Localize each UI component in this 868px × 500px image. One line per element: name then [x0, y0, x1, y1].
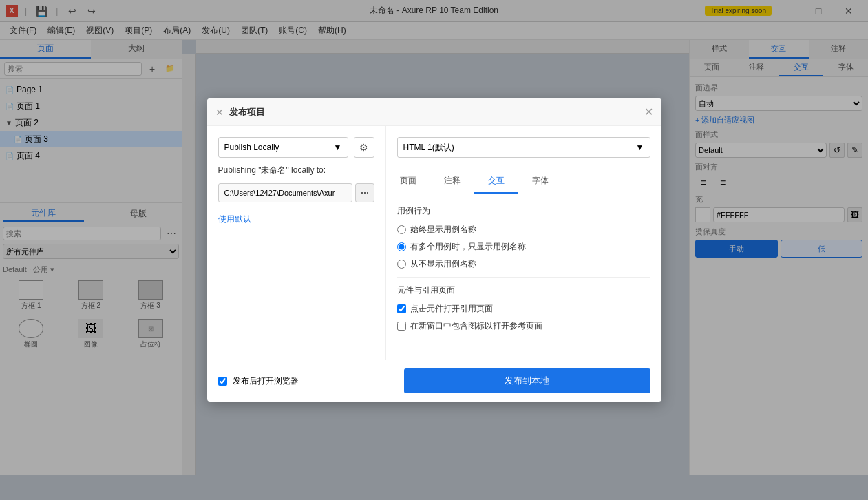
- browse-button[interactable]: ⋯: [355, 183, 374, 202]
- radio3-label: 从不显示用例名称: [410, 258, 476, 270]
- modal-overlay: ✕ 发布项目 ✕ Publish Locally ▼ ⚙ Publishing …: [0, 0, 868, 500]
- checkbox2-row: 在新窗口中包含图标以打开参考页面: [397, 320, 650, 332]
- modal-tabs: 页面 注释 交互 字体: [386, 169, 661, 194]
- modal-left: Publish Locally ▼ ⚙ Publishing "未命名" loc…: [207, 126, 386, 360]
- radio1-label: 始终显示用例名称: [410, 224, 476, 236]
- modal-tab-font[interactable]: 字体: [518, 169, 562, 194]
- modal-header: ✕ 发布项目 ✕: [207, 98, 661, 126]
- radio3-row: 从不显示用例名称: [397, 258, 650, 270]
- radio-show-multiple[interactable]: [397, 242, 406, 251]
- modal-x-button[interactable]: ✕: [215, 107, 224, 118]
- modal-title: 发布项目: [229, 106, 644, 118]
- path-input[interactable]: [218, 183, 352, 202]
- html-row: HTML 1(默认) ▼: [386, 126, 661, 169]
- path-row: ⋯: [218, 183, 374, 202]
- html-dropdown[interactable]: HTML 1(默认) ▼: [397, 137, 650, 158]
- modal-tab-notes[interactable]: 注释: [430, 169, 474, 194]
- modal-tab-content: 用例行为 始终显示用例名称 有多个用例时，只显示用例名称 从不显示用例名称: [386, 194, 661, 360]
- use-default-link[interactable]: 使用默认: [218, 213, 374, 225]
- modal-tab-interact[interactable]: 交互: [474, 169, 518, 194]
- radio2-row: 有多个用例时，只显示用例名称: [397, 241, 650, 253]
- radio-always-show[interactable]: [397, 225, 406, 234]
- publish-method-text: Publish Locally: [224, 143, 279, 152]
- modal-footer: 发布后打开浏览器 发布到本地: [207, 360, 661, 402]
- checkbox-include-icon[interactable]: [397, 322, 406, 331]
- publish-local-button[interactable]: 发布到本地: [404, 368, 650, 393]
- modal-body: Publish Locally ▼ ⚙ Publishing "未命名" loc…: [207, 126, 661, 360]
- section1-title: 用例行为: [397, 205, 650, 217]
- publish-method-dropdown[interactable]: Publish Locally ▼: [218, 137, 348, 158]
- checkbox-open-ref[interactable]: [397, 304, 406, 313]
- modal-tab-pages[interactable]: 页面: [386, 169, 430, 194]
- publish-method-row: Publish Locally ▼ ⚙: [218, 137, 374, 158]
- radio2-label: 有多个用例时，只显示用例名称: [410, 241, 526, 253]
- html-dropdown-arrow-icon: ▼: [636, 143, 644, 152]
- publish-dialog: ✕ 发布项目 ✕ Publish Locally ▼ ⚙ Publishing …: [207, 98, 661, 402]
- checkbox1-row: 点击元件打开引用页面: [397, 303, 650, 315]
- open-browser-checkbox[interactable]: [218, 377, 227, 386]
- dropdown-arrow-icon: ▼: [334, 143, 342, 152]
- footer-right: 发布到本地: [404, 368, 650, 393]
- publishing-label: Publishing "未命名" locally to:: [218, 165, 374, 176]
- open-browser-label: 发布后打开浏览器: [233, 375, 299, 387]
- radio-never-show[interactable]: [397, 260, 406, 269]
- radio1-row: 始终显示用例名称: [397, 224, 650, 236]
- checkbox2-label: 在新窗口中包含图标以打开参考页面: [410, 320, 542, 332]
- checkbox1-label: 点击元件打开引用页面: [410, 303, 493, 315]
- html-dropdown-text: HTML 1(默认): [403, 142, 454, 154]
- footer-left: 发布后打开浏览器: [218, 375, 397, 387]
- publish-settings-button[interactable]: ⚙: [354, 137, 374, 158]
- modal-right: HTML 1(默认) ▼ 页面 注释 交互 字体 用例行为: [386, 126, 661, 360]
- section2-title: 元件与引用页面: [397, 284, 650, 296]
- modal-close-button[interactable]: ✕: [644, 105, 653, 118]
- section-divider: [397, 277, 650, 278]
